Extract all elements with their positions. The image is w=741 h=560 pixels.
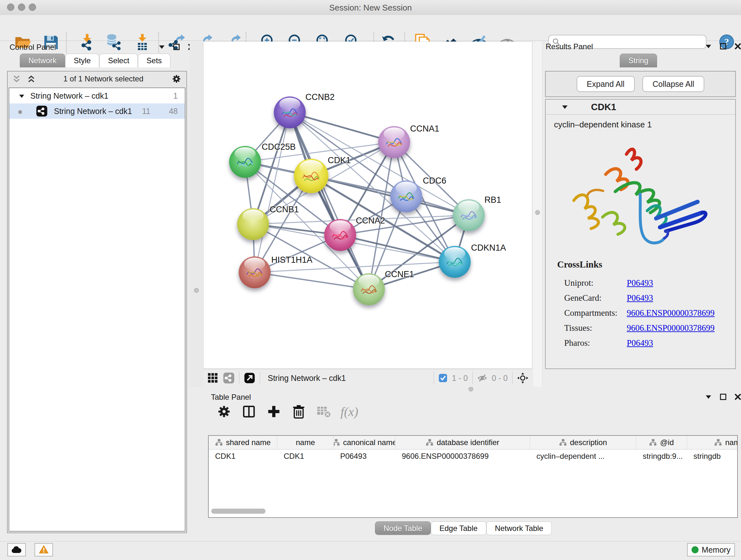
table-cell[interactable]: CDK1 (209, 449, 277, 463)
column-header-name[interactable]: name (277, 436, 334, 449)
network-list-header: 1 of 1 Network selected (8, 71, 186, 86)
table-cell[interactable]: 9606.ENSP00000378699 (395, 449, 530, 463)
network-node-ccnb1[interactable] (237, 208, 269, 240)
detach-view-icon[interactable] (244, 372, 255, 384)
selected-nodes-checkbox-icon[interactable] (439, 374, 448, 382)
crosslink-link[interactable]: P06493 (627, 338, 653, 348)
protein-structure-image (555, 137, 727, 255)
network-node-ccnb2[interactable] (274, 97, 306, 128)
node-label-ccna1: CCNA1 (410, 124, 440, 134)
cloud-status-button[interactable] (7, 543, 26, 557)
crosslink-row: Compartments:9606.ENSP00000378699 (557, 306, 715, 320)
panel-menu-icon[interactable] (158, 43, 165, 51)
protein-thumbnail-icon (358, 280, 380, 300)
delete-column-icon[interactable] (291, 403, 307, 420)
table-header-row: shared namenamecanonical namedatabase id… (209, 436, 737, 449)
network-node-cdc25b[interactable] (229, 146, 261, 178)
results-panel-chrome (704, 42, 741, 51)
collapse-all-icon[interactable] (12, 74, 21, 83)
column-header-databaseidentifier[interactable]: database identifier (395, 436, 530, 449)
protein-thumbnail-icon (329, 226, 351, 246)
tab-string[interactable]: String (620, 54, 657, 67)
crosslink-link[interactable]: 9606.ENSP00000378699 (627, 323, 715, 333)
column-header-description[interactable]: description (530, 436, 636, 449)
crosslinks-rows: Uniprot:P06493GeneCard:P06493Compartment… (557, 275, 715, 351)
network-node-hist1h1a[interactable] (239, 256, 271, 288)
network-node-ccne1[interactable] (353, 273, 385, 305)
network-node-cdc6[interactable] (390, 180, 422, 212)
crosslink-link[interactable]: P06493 (627, 293, 653, 303)
footer-separator (434, 372, 434, 384)
gene-header-row[interactable]: CDK1 (546, 100, 735, 115)
string-network-icon (36, 105, 48, 117)
panel-menu-icon[interactable] (704, 393, 712, 401)
table-options-gear-icon[interactable] (216, 403, 232, 420)
column-header-label: shared name (226, 438, 271, 447)
left-panel-splitter[interactable] (190, 42, 203, 387)
tab-select[interactable]: Select (99, 54, 138, 67)
node-label-hist1h1a: HIST1H1A (271, 255, 313, 265)
panel-float-icon[interactable] (719, 43, 727, 50)
tab-network-table[interactable]: Network Table (486, 521, 552, 535)
table-cell[interactable]: P06493 (334, 449, 395, 463)
network-collection-row[interactable]: String Network – cdk1 1 (9, 88, 185, 104)
table-row[interactable]: CDK1CDK1P064939606.ENSP00000378699cyclin… (209, 449, 737, 463)
memory-button[interactable]: Memory (687, 543, 735, 557)
panel-float-icon[interactable] (719, 393, 727, 401)
gene-expander-icon[interactable] (561, 103, 569, 111)
network-node-cdk1[interactable] (294, 159, 328, 193)
network-view-toolbar: String Network – cdk1 1 - 0 0 - 0 (203, 369, 532, 387)
panel-close-icon[interactable] (734, 43, 741, 50)
memory-status-dot-icon (691, 546, 698, 553)
splitter-handle-icon[interactable] (535, 210, 540, 215)
network-status-dot-icon (17, 108, 23, 114)
warnings-button[interactable] (35, 543, 53, 557)
network-node-ccna2[interactable] (324, 219, 356, 251)
expand-all-button[interactable]: Expand All (577, 76, 635, 92)
right-panel-splitter[interactable] (532, 42, 542, 387)
network-node-cdkn1a[interactable] (439, 246, 471, 278)
fit-selected-crosshair-icon[interactable] (517, 372, 529, 384)
horizontal-splitter-handle-icon[interactable] (468, 387, 473, 391)
column-header-namespace[interactable]: namespace (687, 436, 738, 449)
table-horizontal-scrollbar[interactable] (211, 509, 266, 514)
network-overview-icon[interactable] (223, 372, 234, 384)
network-node-rb1[interactable] (453, 199, 485, 231)
node-label-ccnb2: CCNB2 (306, 92, 335, 102)
tab-network[interactable]: Network (20, 54, 65, 67)
panel-menu-icon[interactable] (704, 43, 712, 50)
tab-style[interactable]: Style (65, 54, 99, 67)
tab-edge-table[interactable]: Edge Table (431, 521, 486, 535)
crosslink-link[interactable]: 9606.ENSP00000378699 (627, 308, 715, 318)
column-header-id[interactable]: @id (636, 436, 687, 449)
tab-node-table[interactable]: Node Table (375, 521, 431, 535)
table-cell[interactable]: cyclin–dependent ... (530, 449, 636, 463)
splitter-handle-icon[interactable] (194, 288, 199, 293)
tab-sets[interactable]: Sets (138, 54, 171, 67)
panel-close-icon[interactable] (734, 393, 741, 401)
network-row-selected[interactable]: String Network – cdk1 11 48 (9, 104, 185, 119)
table-tabs: Node TableEdge TableNetwork Table (375, 521, 552, 535)
collection-expander-icon[interactable] (18, 92, 25, 99)
show-columns-icon[interactable] (241, 403, 257, 420)
control-panel: Control Panel NetworkStyleSelectSets 1 o… (4, 42, 190, 535)
birds-eye-view-icon[interactable] (207, 372, 219, 384)
hidden-elements-icon[interactable] (477, 373, 487, 383)
add-column-icon[interactable] (266, 403, 282, 420)
table-cell[interactable]: CDK1 (277, 449, 334, 463)
table-toolbar: f(x) (216, 403, 358, 420)
expand-all-icon[interactable] (27, 74, 36, 83)
network-selection-status: 1 of 1 Network selected (42, 74, 165, 83)
table-cell[interactable]: stringdb (687, 449, 738, 463)
collapse-all-button[interactable]: Collapse All (643, 76, 704, 92)
protein-thumbnail-icon (234, 153, 256, 173)
column-header-canonicalname[interactable]: canonical name (334, 436, 395, 449)
network-canvas[interactable]: CCNB2CCNA1CDC25BCDK1CDC6RB1CCNB1CCNA2CDK… (203, 42, 532, 369)
table-cell[interactable]: stringdb:9... (636, 449, 687, 463)
panel-float-icon[interactable] (173, 43, 180, 51)
network-list-options-gear-icon[interactable] (171, 73, 182, 84)
column-header-sharedname[interactable]: shared name (209, 436, 277, 449)
crosslink-link[interactable]: P06493 (627, 278, 653, 288)
network-node-ccna1[interactable] (378, 126, 410, 158)
network-node-count: 11 (142, 107, 150, 116)
